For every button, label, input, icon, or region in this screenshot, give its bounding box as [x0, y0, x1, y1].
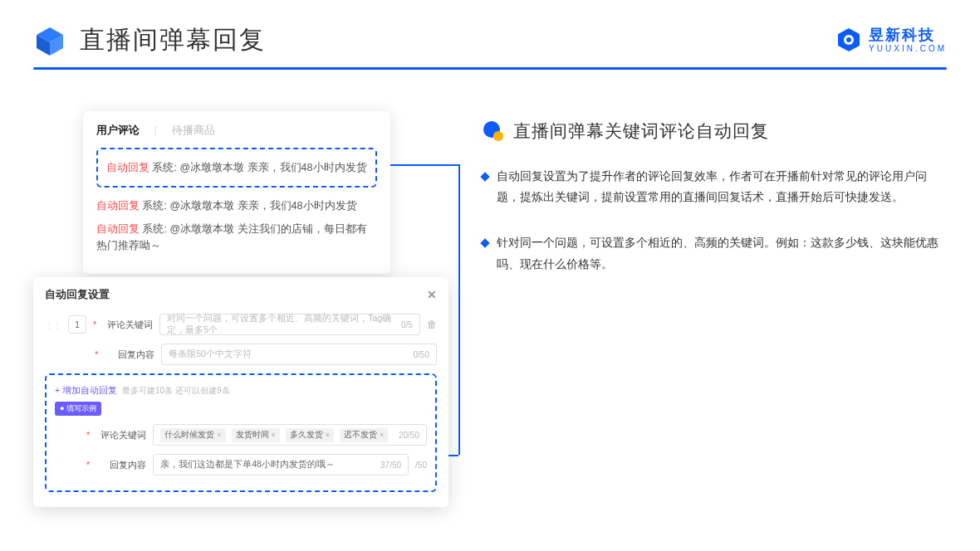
bullet-text-2: 针对同一个问题，可设置多个相近的、高频的关键词。例如：这款多少钱、这块能优惠吗、…: [497, 232, 947, 274]
close-icon[interactable]: ✕: [427, 288, 437, 301]
reply-label: 回复内容: [105, 349, 154, 361]
diamond-icon: [480, 172, 489, 181]
chat-bubble-icon: [482, 119, 505, 143]
keyword-counter: 0/5: [401, 320, 413, 329]
ex-reply-input[interactable]: 亲，我们这边都是下单48小时内发货的哦～ 37/50: [153, 454, 409, 475]
brand-sub: YUUXIN.COM: [869, 44, 947, 53]
ex-kw-counter: 20/50: [399, 431, 419, 440]
add-reply-link[interactable]: + 增加自动回复: [55, 385, 117, 395]
keyword-placeholder: 对同一个问题，可设置多个相近、高频的关键词，Tag确定，最多5个: [167, 313, 401, 336]
example-highlight: + 增加自动回复最多可建10条 还可以创建9条 ● 填写示例 * 评论关键词 什…: [45, 373, 437, 492]
extra-counter: /50: [415, 461, 427, 470]
section-title: 直播间弹幕关键词评论自动回复: [513, 119, 769, 143]
example-badge: ● 填写示例: [55, 402, 101, 416]
ex-reply-text: 亲，我们这边都是下单48小时内发货的哦～: [160, 459, 335, 471]
brand-logo: 昱新科技 YUUXIN.COM: [834, 26, 947, 56]
keyword-input[interactable]: 对同一个问题，可设置多个相近、高频的关键词，Tag确定，最多5个 0/5: [159, 314, 420, 335]
auto-reply-badge: 自动回复: [106, 162, 149, 173]
ex-reply-counter: 37/50: [380, 461, 401, 470]
ex-reply-label: 回复内容: [96, 459, 146, 471]
drag-handle-icon[interactable]: ⋮⋮: [45, 320, 61, 329]
trash-icon[interactable]: 🗑: [427, 319, 437, 330]
ex-keyword-input[interactable]: 什么时候发货× 发货时间× 多久发货× 迟不发货× 20/50: [153, 424, 427, 446]
tag-1[interactable]: 什么时候发货×: [160, 428, 225, 442]
index-box: 1: [68, 315, 86, 334]
tag-2[interactable]: 发货时间×: [232, 428, 280, 442]
bullet-1: 自动回复设置为了提升作者的评论回复效率，作者可在开播前针对常见的评论用户问题，提…: [482, 166, 947, 207]
tag-4[interactable]: 迟不发货×: [340, 428, 388, 442]
reply-input[interactable]: 每条限50个中文字符 0/50: [161, 344, 437, 365]
add-hint: 最多可建10条 还可以创建9条: [122, 386, 229, 395]
tab-products[interactable]: 待播商品: [172, 123, 215, 138]
comment-row-2: 自动回复 系统: @冰墩墩本墩 亲亲，我们48小时内发货: [96, 194, 377, 217]
comment-text-1: @冰墩墩本墩 亲亲，我们48小时内发货: [179, 162, 366, 173]
settings-title: 自动回复设置: [45, 287, 110, 302]
page-title: 直播间弹幕回复: [80, 23, 266, 57]
tag-3[interactable]: 多久发货×: [286, 428, 334, 442]
system-label: 系统:: [152, 162, 176, 173]
cube-logo-icon: [33, 24, 66, 57]
reply-counter: 0/50: [414, 350, 429, 359]
ex-keyword-label: 评论关键词: [96, 429, 146, 441]
tab-comments[interactable]: 用户评论: [96, 123, 140, 138]
svg-point-6: [493, 131, 503, 141]
diamond-icon: [480, 239, 489, 248]
svg-point-4: [846, 37, 851, 42]
brand-name: 昱新科技: [869, 27, 947, 44]
tab-separator: |: [154, 124, 157, 136]
comment-row-3: 自动回复 系统: @冰墩墩本墩 关注我们的店铺，每日都有热门推荐呦～: [96, 217, 377, 257]
brand-icon: [834, 26, 864, 56]
bullet-text-1: 自动回复设置为了提升作者的评论回复效率，作者可在开播前针对常见的评论用户问题，提…: [497, 166, 947, 207]
settings-panel: 自动回复设置 ✕ ⋮⋮ 1 * 评论关键词 对同一个问题，可设置多个相近、高频的…: [33, 277, 448, 507]
keyword-label: 评论关键词: [103, 319, 153, 331]
bullet-2: 针对同一个问题，可设置多个相近的、高频的关键词。例如：这款多少钱、这块能优惠吗、…: [482, 232, 947, 274]
required-star: *: [93, 319, 96, 329]
highlighted-comment: 自动回复 系统: @冰墩墩本墩 亲亲，我们48小时内发货: [96, 148, 377, 188]
comments-panel: 用户评论 | 待播商品 自动回复 系统: @冰墩墩本墩 亲亲，我们48小时内发货…: [83, 111, 390, 274]
reply-placeholder: 每条限50个中文字符: [169, 349, 252, 360]
